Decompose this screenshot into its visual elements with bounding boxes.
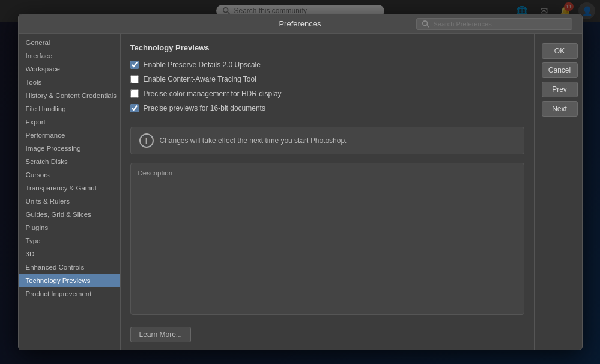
checkbox-0[interactable] (130, 61, 139, 69)
dialog-title-bar: Preferences (19, 14, 582, 34)
modal-overlay: Preferences GeneralInterfaceWorkspaceToo… (0, 0, 600, 364)
info-banner: i Changes will take effect the next time… (130, 127, 524, 154)
sidebar-item-tools[interactable]: Tools (19, 76, 120, 89)
dialog-title: Preferences (279, 19, 321, 28)
learn-more-button[interactable]: Learn More... (130, 327, 191, 342)
button-panel: OK Cancel Prev Next (534, 34, 582, 350)
sidebar-item-performance[interactable]: Performance (19, 129, 120, 142)
sidebar-item-general[interactable]: General (19, 36, 120, 49)
info-icon: i (139, 133, 154, 148)
dialog-footer: Learn More... (130, 315, 524, 342)
sidebar-item-3d[interactable]: 3D (19, 247, 120, 261)
cancel-button[interactable]: Cancel (542, 62, 578, 78)
sidebar-item-scratch-disks[interactable]: Scratch Disks (19, 155, 120, 168)
dialog-search-icon (422, 20, 430, 28)
checkboxes-container: Enable Preserve Details 2.0 UpscaleEnabl… (130, 61, 524, 118)
checkbox-1[interactable] (130, 75, 139, 83)
sidebar-item-plugins[interactable]: Plugins (19, 221, 120, 234)
info-text: Changes will take effect the next time y… (160, 136, 347, 145)
checkbox-3[interactable] (130, 104, 139, 112)
checkbox-2[interactable] (130, 89, 139, 98)
checkbox-label-0: Enable Preserve Details 2.0 Upscale (144, 61, 261, 69)
prev-button[interactable]: Prev (542, 82, 578, 97)
dialog-body: GeneralInterfaceWorkspaceToolsHistory & … (19, 34, 582, 350)
sidebar-item-enhanced-controls[interactable]: Enhanced Controls (19, 261, 120, 274)
main-content: Technology Previews Enable Preserve Deta… (121, 34, 534, 350)
sidebar-item-units-rulers[interactable]: Units & Rulers (19, 195, 120, 208)
checkbox-row-2: Precise color management for HDR display (130, 89, 524, 98)
next-button[interactable]: Next (542, 101, 578, 117)
checkbox-label-2: Precise color management for HDR display (144, 89, 282, 98)
checkbox-row-0: Enable Preserve Details 2.0 Upscale (130, 61, 524, 69)
sidebar-item-export[interactable]: Export (19, 115, 120, 129)
sidebar-item-type[interactable]: Type (19, 234, 120, 247)
checkbox-label-1: Enable Content-Aware Tracing Tool (144, 75, 256, 83)
dialog-search-input[interactable] (434, 20, 554, 28)
checkbox-label-3: Precise previews for 16-bit documents (144, 104, 265, 112)
sidebar-item-image-processing[interactable]: Image Processing (19, 142, 120, 155)
sidebar-item-guides-grid-slices[interactable]: Guides, Grid & Slices (19, 208, 120, 221)
sidebar-item-file-handling[interactable]: File Handling (19, 102, 120, 115)
ok-button[interactable]: OK (542, 43, 578, 59)
checkbox-row-1: Enable Content-Aware Tracing Tool (130, 75, 524, 83)
description-box: Description (130, 163, 524, 315)
svg-point-2 (422, 21, 427, 26)
sidebar-item-cursors[interactable]: Cursors (19, 168, 120, 181)
checkbox-row-3: Precise previews for 16-bit documents (130, 104, 524, 112)
section-title: Technology Previews (130, 43, 524, 52)
sidebar-item-interface[interactable]: Interface (19, 49, 120, 62)
sidebar-item-transparency-gamut[interactable]: Transparency & Gamut (19, 181, 120, 195)
sidebar-item-product-improvement[interactable]: Product Improvement (19, 287, 120, 300)
description-label: Description (138, 169, 517, 177)
sidebar-item-workspace[interactable]: Workspace (19, 62, 120, 76)
sidebar: GeneralInterfaceWorkspaceToolsHistory & … (19, 34, 121, 350)
dialog-search-box[interactable] (416, 18, 572, 30)
sidebar-item-history-content-credentials[interactable]: History & Content Credentials (19, 89, 120, 102)
sidebar-item-technology-previews[interactable]: Technology Previews (19, 274, 120, 287)
preferences-dialog: Preferences GeneralInterfaceWorkspaceToo… (18, 14, 583, 350)
svg-line-3 (427, 25, 429, 27)
